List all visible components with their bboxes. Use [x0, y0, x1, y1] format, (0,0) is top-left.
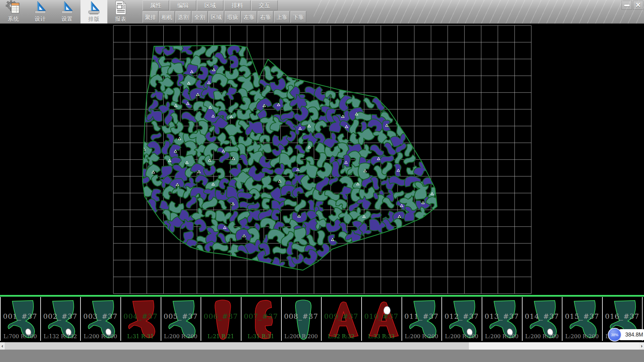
action-button-2[interactable]: 相机 [159, 11, 175, 23]
piece-count-info: L:32 R:32 [322, 333, 361, 340]
action-button-7[interactable]: 左靠 [241, 11, 257, 23]
piece-count-info: L:200 R:200 [523, 333, 561, 340]
piece-count-info: L:700 R:700 [1, 333, 40, 340]
piece-count-info: L:200 R:200 [282, 333, 321, 340]
piece-name: 015_#37 [562, 312, 601, 320]
piece-name: 004_#37 [121, 312, 160, 320]
app-button-label: 系统 [0, 16, 27, 23]
nesting-canvas[interactable] [0, 24, 644, 295]
minimize-button[interactable] [622, 1, 632, 10]
piece-tile-009_#37[interactable]: 009_#37L:32 R:32 [321, 297, 361, 341]
menu-tab-5[interactable]: 交互 [251, 0, 278, 10]
menu-tab-1[interactable]: 属性 [143, 0, 169, 10]
action-button-8[interactable]: 右靠 [258, 11, 273, 23]
action-button-4[interactable]: 全割 [192, 11, 208, 23]
minimize-icon [624, 5, 630, 6]
piece-tile-006_#37[interactable]: 006_#37L:21 R:21 [201, 297, 240, 341]
app-button-5[interactable]: 报表 [107, 0, 134, 23]
scroll-left-arrow-icon[interactable]: ‹ [0, 342, 5, 350]
piece-name: 017_#37 [643, 312, 644, 320]
piece-tile-005_#37[interactable]: 005_#37L:200 R:200 [161, 297, 200, 341]
piece-count-info: L:200 R:200 [562, 333, 601, 340]
piece-name: 006_#37 [201, 312, 240, 320]
piece-count-info: L:200 R:200 [81, 333, 120, 340]
pieces-thumbnail-strip: 001_#37L:700 R:700002_#37L:132 R:132003_… [0, 297, 644, 342]
app-button-label: 设计 [27, 16, 54, 23]
status-bar [0, 350, 644, 362]
piece-tile-002_#37[interactable]: 002_#37L:132 R:132 [40, 297, 80, 341]
top-toolbar: 系统设计设置排版报表 属性编辑区域排料交互 聚排相机选割全割区域瑕疵左靠右靠上靠… [0, 0, 644, 24]
menu-tab-3[interactable]: 区域 [197, 0, 223, 10]
piece-tile-007_#37[interactable]: 007_#37L:31 R:31 [241, 297, 280, 341]
scroll-right-arrow-icon[interactable]: › [639, 342, 644, 350]
window-controls: ✕ [622, 1, 643, 10]
canvas-svg [0, 24, 644, 295]
action-button-row: 聚排相机选割全割区域瑕疵左靠右靠上靠下靠 [143, 11, 306, 23]
action-button-5[interactable]: 区域 [208, 11, 224, 23]
piece-name: 007_#37 [241, 312, 280, 320]
menu-tab-row: 属性编辑区域排料交互 [143, 0, 278, 10]
menu-tab-2[interactable]: 编辑 [170, 0, 196, 10]
piece-name: 009_#37 [322, 312, 361, 320]
piece-name: 002_#37 [41, 312, 80, 320]
piece-name: 013_#37 [482, 312, 521, 320]
piece-name: 001_#37 [1, 312, 40, 320]
piece-tile-013_#37[interactable]: 013_#37L:200 R:200 [482, 297, 521, 341]
piece-tile-015_#37[interactable]: 015_#37L:200 R:200 [562, 297, 601, 341]
action-button-9[interactable]: 上靠 [274, 11, 290, 23]
action-button-3[interactable]: 选割 [175, 11, 191, 23]
horizontal-scrollbar[interactable]: ‹ › [0, 342, 644, 350]
app-button-1[interactable]: 系统 [0, 0, 27, 23]
piece-tile-008_#37[interactable]: 008_#37L:200 R:200 [281, 297, 321, 341]
close-button[interactable]: ✕ [633, 1, 643, 10]
piece-count-info: L:31 R:31 [121, 333, 160, 340]
action-button-6[interactable]: 瑕疵 [225, 11, 240, 23]
toolbar-hatch-texture [314, 0, 644, 23]
piece-name: 010_#37 [362, 312, 401, 320]
piece-tile-010_#37[interactable]: 010_#37L:33 R:33 [361, 297, 401, 341]
app-button-label: 设置 [54, 16, 80, 23]
piece-count-info: L:200 R:200 [161, 333, 200, 340]
scrollbar-thumb[interactable] [5, 342, 469, 350]
app-button-2[interactable]: 设计 [27, 0, 54, 23]
piece-count-info: L:200 R:200 [482, 333, 521, 340]
piece-tile-004_#37[interactable]: 004_#37L:31 R:31 [120, 297, 160, 341]
piece-name: 011_#37 [402, 312, 441, 320]
piece-count-info: L:31 R:31 [241, 333, 280, 340]
app-button-4[interactable]: 排版 [80, 0, 107, 23]
memory-status-widget: 384.8M 38% [608, 328, 644, 343]
piece-count-info: L:200 R:200 [402, 333, 441, 340]
app-button-label: 报表 [107, 16, 134, 23]
piece-name: 016_#37 [603, 312, 642, 320]
menu-tab-4[interactable]: 排料 [224, 0, 251, 10]
piece-count-info: L:33 R:33 [362, 333, 401, 340]
piece-name: 012_#37 [442, 312, 481, 320]
piece-tile-014_#37[interactable]: 014_#37L:200 R:200 [522, 297, 561, 341]
piece-name: 014_#37 [523, 312, 561, 320]
progress-badge: 38% [608, 328, 622, 342]
piece-count-info: L:132 R:132 [41, 333, 80, 340]
app-button-3[interactable]: 设置 [54, 0, 80, 23]
piece-name: 008_#37 [282, 312, 321, 320]
piece-name: 005_#37 [161, 312, 200, 320]
action-button-10[interactable]: 下靠 [290, 11, 306, 23]
app-button-row: 系统设计设置排版报表 [0, 0, 134, 23]
piece-tile-003_#37[interactable]: 003_#37L:200 R:200 [80, 297, 120, 341]
piece-name: 003_#37 [81, 312, 120, 320]
app-button-label: 排版 [80, 16, 107, 23]
piece-tile-001_#37[interactable]: 001_#37L:700 R:700 [0, 297, 40, 341]
action-button-1[interactable]: 聚排 [143, 11, 158, 23]
piece-tile-011_#37[interactable]: 011_#37L:200 R:200 [401, 297, 441, 341]
piece-count-info: L:21 R:21 [201, 333, 240, 340]
piece-count-info: L:200 R:200 [442, 333, 481, 340]
piece-tile-012_#37[interactable]: 012_#37L:200 R:200 [441, 297, 481, 341]
